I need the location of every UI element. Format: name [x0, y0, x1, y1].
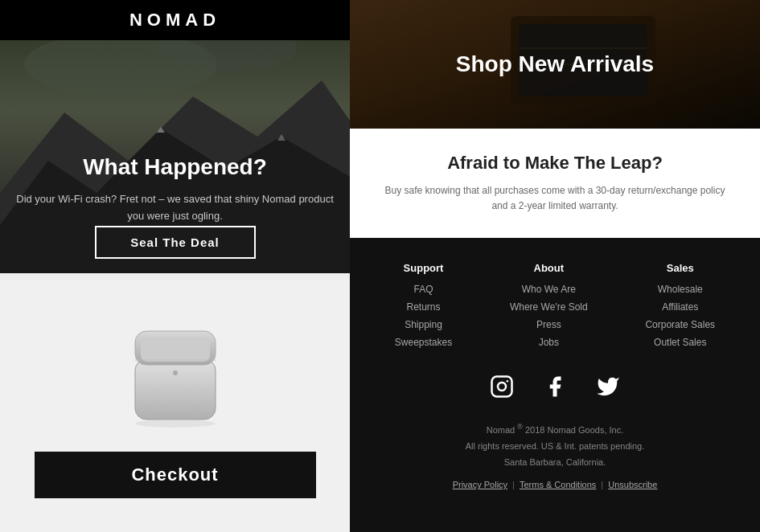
footer-col-support: Support FAQ Returns Shipping Sweepstakes [395, 262, 452, 348]
hero-subtitle: Did your Wi-Fi crash? Fret not – we save… [16, 191, 334, 225]
copyright-line2: All rights reserved. US & Int. patents p… [366, 439, 744, 455]
footer-link-sweepstakes[interactable]: Sweepstakes [395, 337, 452, 348]
shop-banner-background: Shop New Arrivals [350, 0, 760, 129]
footer-link-where-sold[interactable]: Where We're Sold [510, 301, 588, 313]
footer-col-about: About Who We Are Where We're Sold Press … [510, 262, 588, 348]
shop-arrivals-banner: Shop New Arrivals [350, 0, 760, 129]
footer-col-sales: Sales Wholesale Affiliates Corporate Sal… [645, 262, 715, 348]
hero-title: What Happened? [16, 154, 334, 180]
checkout-button[interactable]: Checkout [35, 452, 316, 498]
airpods-case-image [123, 315, 228, 428]
unsubscribe-link[interactable]: Unsubscribe [608, 480, 657, 489]
footer-legal: Privacy Policy | Terms & Conditions | Un… [366, 480, 744, 489]
logo-bar: NOMAD [0, 0, 350, 40]
value-prop-title: Afraid to Make The Leap? [382, 153, 728, 174]
footer-link-affiliates[interactable]: Affiliates [662, 301, 698, 313]
social-row [366, 372, 744, 401]
svg-point-19 [498, 383, 506, 391]
footer-section: Support FAQ Returns Shipping Sweepstakes… [350, 238, 760, 532]
instagram-icon[interactable] [487, 372, 516, 401]
terms-conditions-link[interactable]: Terms & Conditions [520, 480, 596, 489]
footer-link-shipping[interactable]: Shipping [405, 319, 442, 330]
privacy-policy-link[interactable]: Privacy Policy [453, 480, 507, 489]
footer-col-support-title: Support [404, 262, 444, 274]
hero-section: NOMAD What Happened? Did your Wi-Fi cras… [0, 0, 350, 273]
twitter-icon[interactable] [594, 372, 622, 401]
facebook-icon[interactable] [540, 372, 569, 401]
footer-link-corporate-sales[interactable]: Corporate Sales [645, 319, 715, 330]
product-image-container [103, 307, 248, 436]
value-prop-section: Afraid to Make The Leap? Buy safe knowin… [350, 129, 760, 238]
svg-point-11 [173, 370, 178, 375]
footer-link-returns[interactable]: Returns [407, 301, 441, 313]
right-panel: Shop New Arrivals Afraid to Make The Lea… [350, 0, 760, 532]
svg-point-20 [507, 380, 509, 383]
footer-link-outlet-sales[interactable]: Outlet Sales [654, 337, 706, 348]
seal-deal-button[interactable]: Seal The Deal [95, 226, 256, 259]
footer-col-sales-title: Sales [667, 262, 694, 274]
product-section: Checkout [0, 273, 350, 532]
footer-link-who-we-are[interactable]: Who We Are [522, 284, 576, 295]
svg-rect-9 [141, 338, 210, 362]
footer-copyright: Nomad ® 2018 Nomad Goods, Inc. All right… [366, 420, 744, 470]
footer-link-wholesale[interactable]: Wholesale [658, 284, 703, 295]
svg-rect-18 [492, 377, 512, 397]
cta-button-container: Seal The Deal [95, 226, 256, 259]
copyright-line3: Santa Barbara, California. [366, 455, 744, 471]
footer-col-about-title: About [534, 262, 565, 274]
footer-link-faq[interactable]: FAQ [414, 284, 433, 295]
brand-logo: NOMAD [129, 10, 220, 30]
shop-banner-title: Shop New Arrivals [456, 51, 654, 77]
svg-point-12 [135, 419, 216, 428]
footer-columns: Support FAQ Returns Shipping Sweepstakes… [366, 262, 744, 348]
hero-content: What Happened? Did your Wi-Fi crash? Fre… [0, 154, 350, 225]
copyright-line1: Nomad ® 2018 Nomad Goods, Inc. [366, 420, 744, 438]
left-panel: NOMAD What Happened? Did your Wi-Fi cras… [0, 0, 350, 532]
value-prop-description: Buy safe knowing that all purchases come… [382, 183, 728, 214]
svg-rect-7 [135, 359, 216, 419]
footer-link-press[interactable]: Press [536, 319, 561, 330]
legal-sep-2: | [601, 480, 603, 489]
legal-sep-1: | [512, 480, 515, 489]
footer-link-jobs[interactable]: Jobs [539, 337, 559, 348]
